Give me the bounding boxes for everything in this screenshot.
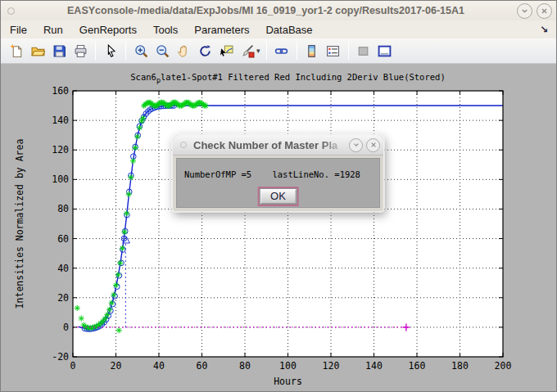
menu-tools[interactable]: Tools bbox=[151, 23, 180, 37]
chart-svg: 020406080100120140160180200-200204060801… bbox=[1, 64, 557, 392]
close-icon bbox=[369, 141, 378, 149]
dialog-title: Check Number of Master Pla bbox=[193, 139, 349, 151]
svg-text:40: 40 bbox=[153, 360, 165, 372]
toolbar-separator bbox=[348, 42, 349, 60]
close-icon bbox=[540, 7, 549, 16]
chevron-down-icon bbox=[520, 7, 529, 16]
svg-text:0: 0 bbox=[70, 360, 76, 372]
zoom-out-icon bbox=[156, 44, 170, 58]
open-file-button[interactable] bbox=[28, 41, 48, 61]
hide-plot-tools-button bbox=[354, 41, 374, 61]
svg-text:100: 100 bbox=[52, 173, 69, 185]
svg-text:180: 180 bbox=[451, 360, 469, 372]
print-button[interactable] bbox=[70, 41, 90, 61]
svg-text:40: 40 bbox=[57, 263, 69, 274]
svg-text:140: 140 bbox=[52, 115, 69, 126]
toolbar-separator bbox=[266, 42, 267, 60]
show-plot-tools-icon bbox=[378, 44, 392, 58]
dialog-message: NumberOfMP =5 lastLineNo. =1928 bbox=[184, 169, 360, 179]
svg-text:Intensities Normalized by Area: Intensities Normalized by Area bbox=[14, 139, 25, 309]
svg-text:160: 160 bbox=[409, 360, 426, 372]
rotate-icon bbox=[198, 44, 212, 58]
svg-text:80: 80 bbox=[57, 203, 69, 214]
close-button[interactable] bbox=[537, 3, 552, 19]
brush-icon bbox=[241, 44, 255, 58]
menu-overflow-icon[interactable]: ↘ bbox=[540, 24, 548, 35]
titlebar: EASYconsole-/media/data/ExpJobs/MI 16_09… bbox=[1, 1, 556, 20]
figure-canvas: 020406080100120140160180200-200204060801… bbox=[1, 64, 557, 392]
svg-text:140: 140 bbox=[365, 360, 383, 372]
minimize-button[interactable] bbox=[517, 3, 532, 19]
hide-plot-tools-icon bbox=[356, 44, 370, 58]
link-plots-button[interactable] bbox=[272, 41, 292, 61]
printer-icon bbox=[74, 44, 88, 58]
ok-button-focus-ring: OK bbox=[257, 187, 299, 206]
app-window: EASYconsole-/media/data/ExpJobs/MI 16_09… bbox=[0, 0, 557, 392]
svg-text:Hours: Hours bbox=[274, 376, 302, 387]
svg-text:200: 200 bbox=[495, 360, 512, 372]
pan-button[interactable] bbox=[174, 41, 193, 61]
pointer-arrow-icon bbox=[104, 44, 118, 58]
data-cursor-button[interactable] bbox=[216, 41, 236, 61]
zoom-in-icon bbox=[134, 44, 148, 58]
open-folder-icon bbox=[31, 44, 45, 58]
svg-text:20: 20 bbox=[57, 292, 69, 304]
zoom-in-button[interactable] bbox=[131, 41, 151, 61]
menu-file[interactable]: File bbox=[7, 23, 29, 37]
dialog-close-button[interactable] bbox=[366, 138, 380, 152]
link-chain-icon bbox=[274, 44, 288, 58]
svg-text:Scan6plate1-Spot#1 Filtered Re: Scan6plate1-Spot#1 Filtered Red Includin… bbox=[130, 72, 445, 84]
menu-parameters[interactable]: Parameters bbox=[192, 23, 251, 37]
colorbar-icon bbox=[305, 44, 319, 58]
menu-run[interactable]: Run bbox=[41, 23, 66, 37]
svg-text:60: 60 bbox=[57, 233, 69, 245]
svg-text:120: 120 bbox=[52, 144, 69, 155]
save-button[interactable] bbox=[49, 41, 69, 61]
brush-button[interactable] bbox=[238, 41, 257, 61]
dialog-check-number-of-master-plates: Check Number of Master Pla NumberOfMP =5… bbox=[172, 134, 384, 212]
window-menu-icon[interactable] bbox=[7, 7, 15, 15]
menu-genreports[interactable]: GenReports bbox=[77, 23, 139, 37]
window-title: EASYconsole-/media/data/ExpJobs/MI 16_09… bbox=[15, 5, 517, 16]
show-plot-tools-button[interactable] bbox=[375, 41, 395, 61]
toolbar: ▾ bbox=[1, 38, 556, 64]
dialog-body: NumberOfMP =5 lastLineNo. =1928 OK bbox=[176, 158, 380, 208]
legend-icon bbox=[326, 44, 340, 58]
ok-button[interactable]: OK bbox=[259, 188, 297, 205]
data-cursor-icon bbox=[220, 44, 233, 58]
dialog-minimize-button[interactable] bbox=[349, 138, 363, 152]
svg-text:160: 160 bbox=[52, 85, 69, 97]
menubar: File Run GenReports Tools Parameters Dat… bbox=[1, 20, 556, 38]
menu-database[interactable]: DataBase bbox=[263, 23, 315, 37]
new-file-icon bbox=[10, 44, 24, 58]
brush-dropdown-icon[interactable]: ▾ bbox=[256, 47, 260, 55]
svg-text:-20: -20 bbox=[52, 351, 69, 363]
zoom-out-button[interactable] bbox=[152, 41, 172, 61]
toolbar-separator bbox=[297, 42, 297, 60]
save-floppy-icon bbox=[52, 44, 66, 58]
insert-legend-button[interactable] bbox=[324, 41, 343, 61]
rotate-3d-button[interactable] bbox=[195, 41, 215, 61]
dialog-titlebar: Check Number of Master Pla bbox=[173, 135, 383, 155]
svg-text:20: 20 bbox=[111, 360, 122, 372]
svg-text:60: 60 bbox=[197, 360, 208, 372]
svg-text:120: 120 bbox=[323, 360, 340, 372]
svg-text:80: 80 bbox=[239, 360, 251, 372]
chevron-down-icon bbox=[352, 141, 360, 149]
svg-text:0: 0 bbox=[63, 322, 69, 333]
toolbar-separator bbox=[125, 42, 126, 60]
toolbar-separator bbox=[95, 42, 96, 60]
edit-pointer-button[interactable] bbox=[101, 41, 120, 61]
dialog-menu-icon[interactable] bbox=[180, 142, 187, 148]
pan-hand-icon bbox=[177, 44, 191, 58]
new-file-button[interactable] bbox=[7, 41, 26, 61]
insert-colorbar-button[interactable] bbox=[302, 41, 322, 61]
svg-text:100: 100 bbox=[279, 360, 297, 372]
